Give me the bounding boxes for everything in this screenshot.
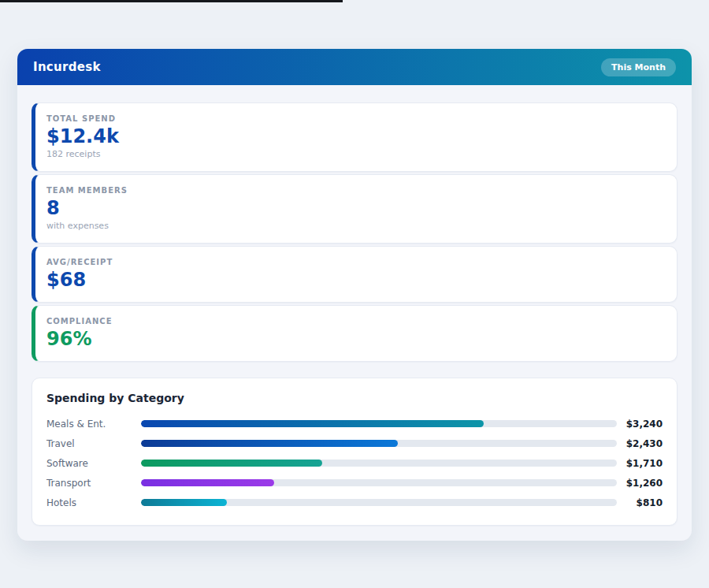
bar-fill	[141, 420, 484, 427]
chart-row: Hotels $810	[46, 493, 663, 512]
bar-fill	[141, 499, 227, 506]
category-value: $2,430	[617, 438, 663, 449]
stat-card: TOTAL SPEND $12.4k 182 receipts	[32, 102, 677, 172]
dashboard-panel: Incurdesk This Month TOTAL SPEND $12.4k …	[17, 49, 692, 541]
stat-label: COMPLIANCE	[46, 317, 663, 326]
category-label: Travel	[46, 438, 141, 449]
category-label: Meals & Ent.	[46, 419, 141, 430]
stat-label: TOTAL SPEND	[46, 114, 663, 123]
app-header: Incurdesk This Month	[17, 49, 692, 85]
chart-row: Transport $1,260	[46, 473, 663, 493]
stat-card: COMPLIANCE 96%	[32, 305, 677, 362]
stat-value: 8	[46, 198, 663, 218]
bar-track	[141, 420, 617, 427]
bar-fill	[141, 460, 322, 467]
app-title: Incurdesk	[33, 60, 101, 74]
stats-list: TOTAL SPEND $12.4k 182 receipts TEAM MEM…	[32, 102, 677, 362]
stat-label: AVG/RECEIPT	[46, 258, 663, 266]
stat-label: TEAM MEMBERS	[46, 186, 663, 195]
top-strip	[0, 0, 343, 2]
panel-content: TOTAL SPEND $12.4k 182 receipts TEAM MEM…	[17, 85, 692, 526]
category-value: $810	[617, 497, 663, 508]
period-badge[interactable]: This Month	[601, 58, 676, 76]
chart-row: Software $1,710	[46, 453, 663, 473]
chart-title: Spending by Category	[46, 392, 663, 404]
chart-row: Travel $2,430	[46, 434, 663, 453]
stat-card: TEAM MEMBERS 8 with expenses	[32, 174, 677, 244]
chart-row: Meals & Ent. $3,240	[46, 414, 663, 434]
stat-subtext: with expenses	[46, 221, 663, 231]
stat-value: $12.4k	[46, 126, 663, 147]
stat-value: 96%	[46, 329, 663, 349]
stat-value: $68	[46, 270, 663, 290]
stat-card: AVG/RECEIPT $68	[32, 246, 677, 303]
category-value: $1,710	[617, 458, 663, 469]
category-value: $1,260	[617, 478, 663, 489]
category-label: Software	[46, 458, 141, 469]
bar-track	[141, 479, 617, 486]
bar-track	[141, 460, 617, 467]
stat-subtext: 182 receipts	[46, 149, 663, 159]
category-label: Hotels	[46, 497, 141, 508]
bar-fill	[141, 479, 274, 486]
bar-track	[141, 499, 617, 506]
bar-track	[141, 440, 617, 447]
category-value: $3,240	[617, 419, 663, 430]
chart-rows: Meals & Ent. $3,240 Travel $2,430 Softwa…	[46, 414, 663, 512]
category-label: Transport	[46, 478, 141, 489]
bar-fill	[141, 440, 398, 447]
spending-chart-card: Spending by Category Meals & Ent. $3,240…	[32, 378, 677, 526]
